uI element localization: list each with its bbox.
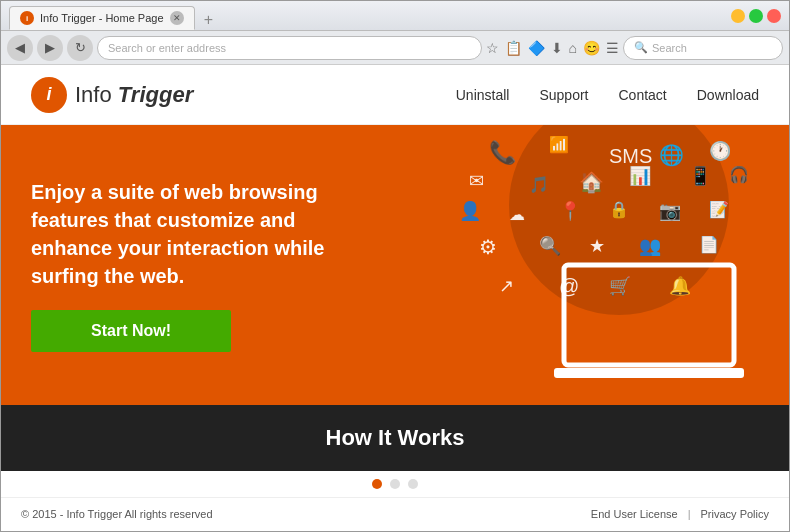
dot-2	[390, 479, 400, 489]
music-icon: 🎵	[529, 175, 549, 194]
tab-title: Info Trigger - Home Page	[40, 12, 164, 24]
download-icon[interactable]: ⬇	[551, 40, 563, 56]
how-it-works-section: How It Works	[1, 405, 789, 471]
map-icon: 📍	[559, 200, 581, 222]
logo-icon: i	[31, 77, 67, 113]
title-bar: i Info Trigger - Home Page ✕ +	[1, 1, 789, 31]
browser-window: i Info Trigger - Home Page ✕ + ◀ ▶ ↻ Sea…	[0, 0, 790, 532]
window-controls	[731, 9, 781, 23]
camera-icon: 📷	[659, 200, 681, 222]
page-content[interactable]: i Info Trigger Uninstall Support Contact…	[1, 65, 789, 531]
new-tab-button[interactable]: +	[199, 10, 219, 30]
minimize-button[interactable]	[731, 9, 745, 23]
nav-download[interactable]: Download	[697, 87, 759, 103]
svg-rect-0	[564, 265, 734, 365]
home-icon[interactable]: ⌂	[569, 40, 577, 56]
pocket-icon[interactable]: 🔷	[528, 40, 545, 56]
hero-text: Enjoy a suite of web browsing features t…	[31, 178, 351, 290]
settings-icon: ⚙	[479, 235, 497, 259]
mail-icon: ✉	[469, 170, 484, 192]
site-footer: © 2015 - Info Trigger All rights reserve…	[1, 497, 789, 530]
search-bar[interactable]: 🔍 Search	[623, 36, 783, 60]
forward-button[interactable]: ▶	[37, 35, 63, 61]
share-icon: ↗	[499, 275, 514, 297]
dot-1	[372, 479, 382, 489]
footer-separator: |	[688, 508, 691, 520]
logo-name-italic: Trigger	[118, 82, 193, 107]
globe-icon: 🌐	[659, 143, 684, 167]
wifi-icon: 📶	[549, 135, 569, 154]
profile-icon[interactable]: 😊	[583, 40, 600, 56]
logo-text: Info Trigger	[75, 82, 193, 108]
star-icon2: ★	[589, 235, 605, 257]
logo-letter: i	[46, 84, 51, 105]
end-user-license-link[interactable]: End User License	[591, 508, 678, 520]
address-bar[interactable]: Search or enter address	[97, 36, 482, 60]
phone-icon: 📞	[489, 140, 516, 166]
refresh-icon: ↻	[75, 40, 86, 55]
tab-bar: i Info Trigger - Home Page ✕ +	[9, 1, 219, 30]
back-button[interactable]: ◀	[7, 35, 33, 61]
forward-icon: ▶	[45, 40, 55, 55]
home-icon2: 🏠	[579, 170, 604, 194]
svg-rect-1	[554, 368, 744, 378]
laptop-svg	[549, 260, 749, 390]
search-placeholder: Search	[652, 42, 687, 54]
dot-indicator	[1, 471, 789, 497]
nav-action-icons: ☆ 📋 🔷 ⬇ ⌂ 😊 ☰	[486, 40, 619, 56]
footer-links: End User License | Privacy Policy	[591, 508, 769, 520]
close-button[interactable]	[767, 9, 781, 23]
nav-contact[interactable]: Contact	[618, 87, 666, 103]
site-logo: i Info Trigger	[31, 77, 193, 113]
headphones-icon: 🎧	[729, 165, 749, 184]
bookmark-icon[interactable]: 📋	[505, 40, 522, 56]
user-icon: 👤	[459, 200, 481, 222]
search-icon: 🔍	[634, 41, 648, 54]
doc-icon: 📄	[699, 235, 719, 254]
lock-icon: 🔒	[609, 200, 629, 219]
chart-icon: 📊	[629, 165, 651, 187]
star-icon[interactable]: ☆	[486, 40, 499, 56]
footer-copyright: © 2015 - Info Trigger All rights reserve…	[21, 508, 213, 520]
active-tab[interactable]: i Info Trigger - Home Page ✕	[9, 6, 195, 30]
user-icon2: 👥	[639, 235, 661, 257]
hero-section: Enjoy a suite of web browsing features t…	[1, 125, 789, 405]
site-header: i Info Trigger Uninstall Support Contact…	[1, 65, 789, 125]
tablet-icon: 📱	[689, 165, 711, 187]
tab-favicon: i	[20, 11, 34, 25]
nav-support[interactable]: Support	[539, 87, 588, 103]
search-icon2: 🔍	[539, 235, 561, 257]
hero-illustration: 📞 📶 SMS 🌐 🕐 ✉ 🎵 🏠 📊 📱 🎧 👤 ☁ 📍 🔒 📷 📝 ⚙ 🔍	[409, 135, 759, 395]
maximize-button[interactable]	[749, 9, 763, 23]
logo-name-plain: Info	[75, 82, 118, 107]
hero-content: Enjoy a suite of web browsing features t…	[31, 178, 351, 352]
privacy-policy-link[interactable]: Privacy Policy	[701, 508, 769, 520]
how-it-works-heading: How It Works	[21, 425, 769, 451]
site-nav: Uninstall Support Contact Download	[456, 87, 759, 103]
tab-close-button[interactable]: ✕	[170, 11, 184, 25]
cloud-upload-icon: ☁	[509, 205, 525, 224]
refresh-button[interactable]: ↻	[67, 35, 93, 61]
menu-icon[interactable]: ☰	[606, 40, 619, 56]
navigation-bar: ◀ ▶ ↻ Search or enter address ☆ 📋 🔷 ⬇ ⌂ …	[1, 31, 789, 65]
dot-3	[408, 479, 418, 489]
nav-uninstall[interactable]: Uninstall	[456, 87, 510, 103]
back-icon: ◀	[15, 40, 25, 55]
note-icon: 📝	[709, 200, 729, 219]
address-placeholder: Search or enter address	[108, 42, 226, 54]
clock-icon: 🕐	[709, 140, 731, 162]
start-now-button[interactable]: Start Now!	[31, 310, 231, 352]
